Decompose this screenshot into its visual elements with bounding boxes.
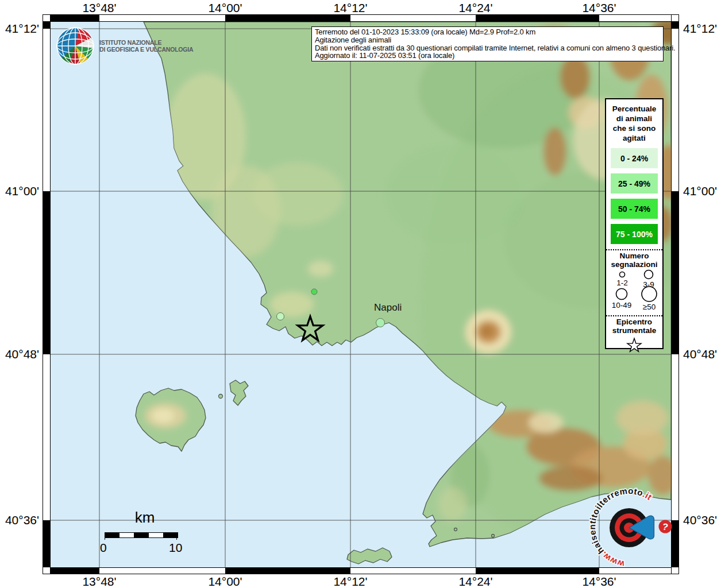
axis-label-bottom-2: 14°12'	[333, 575, 367, 588]
data-disclaimer: Dati non verificati estratti da 30 quest…	[315, 44, 660, 52]
hsit-logo: ? www.haisentitoilterremoto.it	[585, 482, 677, 574]
axis-label-bottom-0: 13°48'	[82, 575, 116, 588]
svg-text:10-49: 10-49	[612, 301, 632, 310]
axis-label-right-2: 40°48'	[683, 347, 717, 361]
hsit-map-page: Napoli 13°48'14°00'14°12'14°24'14°36'13°…	[0, 0, 721, 588]
ingv-globe-icon	[55, 25, 96, 67]
legend-swatch-3: 75 - 100%	[611, 224, 658, 244]
ingv-logo: ISTITUTO NAZIONALE DI GEOFISICA E VULCAN…	[55, 25, 193, 67]
legend-counts-title: Numero segnalazioni	[606, 250, 662, 269]
axis-label-right-0: 41°12'	[683, 22, 717, 36]
axis-label-left-1: 41°00'	[5, 184, 39, 198]
legend-count-circles: 1-23-910-49≥50	[606, 269, 662, 310]
axis-label-right-1: 41°00'	[683, 184, 717, 198]
scale-bar-end: 10	[169, 541, 182, 555]
epicenter-star-icon	[626, 337, 643, 353]
updated-at: Aggiornato il: 11-07-2025 03:51 (ora loc…	[315, 52, 660, 60]
svg-text:1-2: 1-2	[616, 278, 628, 287]
axis-label-left-0: 41°12'	[5, 22, 39, 36]
legend-swatch-0: 0 - 24%	[611, 148, 658, 168]
axis-label-top-1: 14°00'	[208, 1, 242, 15]
event-title: Terremoto del 01-10-2023 15:33:09 (ora l…	[315, 28, 660, 36]
scale-bar-segments	[105, 532, 178, 538]
svg-text:≥50: ≥50	[643, 303, 656, 310]
map-subject: Agitazione degli animali	[315, 36, 660, 44]
ingv-wordmark: ISTITUTO NAZIONALE DI GEOFISICA E VULCAN…	[99, 39, 193, 53]
scale-bar-unit: km	[128, 509, 162, 527]
legend-epicenter-title: Epicentro strumentale	[606, 316, 662, 335]
event-info-box: Terremoto del 01-10-2023 15:33:09 (ora l…	[311, 26, 664, 61]
axis-label-top-4: 14°36'	[582, 1, 616, 15]
axis-label-top-2: 14°12'	[333, 1, 367, 15]
legend-swatch-1: 25 - 49%	[611, 173, 658, 194]
axis-label-top-3: 14°24'	[458, 1, 492, 15]
axis-label-bottom-4: 14°36'	[582, 575, 616, 588]
legend-pct-title: Percentuale di animali che si sono agita…	[606, 99, 662, 143]
scale-bar-start: 0	[100, 541, 107, 555]
legend-swatch-2: 50 - 74%	[611, 199, 658, 219]
axis-label-bottom-3: 14°24'	[458, 575, 492, 588]
axis-label-right-3: 40°36'	[683, 513, 717, 527]
axis-label-left-2: 40°48'	[5, 347, 39, 361]
axis-label-top-0: 13°48'	[82, 1, 116, 15]
axis-label-left-3: 40°36'	[5, 513, 39, 527]
legend: Percentuale di animali che si sono agita…	[605, 98, 664, 349]
axis-label-bottom-1: 14°00'	[208, 575, 242, 588]
legend-pct-swatches: 0 - 24%25 - 49%50 - 74%75 - 100%	[606, 148, 662, 244]
